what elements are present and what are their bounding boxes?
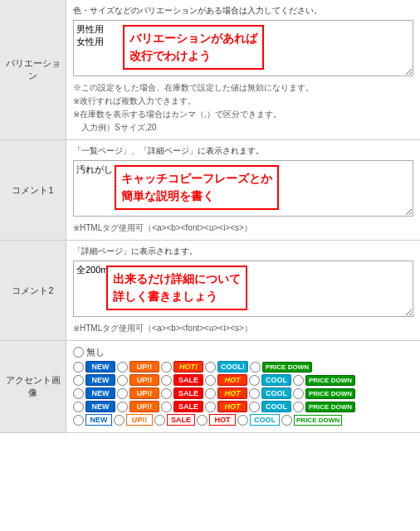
badge-hot-r1: HOT!	[173, 361, 203, 373]
accent-radio-r4-sale[interactable]	[161, 402, 172, 412]
accent-radio-r4-up[interactable]	[117, 402, 128, 412]
badge-new-r5: NEW	[85, 414, 112, 426]
accent-radio-r3-sale[interactable]	[161, 388, 172, 399]
variation-section: バリエーション 色・サイズなどのバリエーションがある場合は入力してください。 男…	[0, 0, 420, 140]
accent-radio-r5-up[interactable]	[114, 415, 125, 426]
badge-up-r1: UP!!	[129, 361, 159, 373]
accent-radio-r3-up[interactable]	[117, 388, 128, 399]
badge-hot-r5: HOT	[209, 414, 236, 426]
accent-radio-r4-cool[interactable]	[249, 402, 260, 412]
accent-radio-r3-new[interactable]	[73, 388, 84, 399]
accent-radio-r2-hot[interactable]	[205, 375, 216, 386]
comment1-note: ※HTMLタグ使用可（<a><b><font><u><i><s>）	[73, 222, 413, 235]
accent-radio-r5-sale[interactable]	[154, 415, 165, 426]
badge-pricedown-r5: PRICE DOWN	[294, 415, 342, 426]
comment1-section: コメント1 「一覧ページ」、「詳細ページ」に表示されます。 汚れがしっかり落ちる…	[0, 140, 420, 241]
accent-section: アクセント画像 無し NEW UP!! HOT! COOL! PRICE DOW…	[0, 341, 420, 433]
accent-radio-r3-pricedown[interactable]	[293, 388, 304, 399]
badge-up-r3: UP!!	[129, 387, 159, 399]
badge-cool-r5: COOL	[250, 414, 280, 426]
accent-radio-r1-cool[interactable]	[205, 362, 216, 373]
accent-radio-r4-new[interactable]	[73, 402, 84, 412]
comment2-content: 「詳細ページ」に表示されます。 全200ml 出来るだけ詳細について詳しく書きま…	[66, 241, 420, 340]
accent-radio-r2-pricedown[interactable]	[293, 375, 304, 386]
accent-radio-r3-cool[interactable]	[249, 388, 260, 399]
accent-radio-none[interactable]	[73, 347, 84, 358]
accent-content: 無し NEW UP!! HOT! COOL! PRICE DOWN NEW UP…	[66, 341, 420, 432]
badge-cool-r2: COOL	[261, 374, 291, 386]
accent-row-3: NEW UP!! SALE HOT COOL PRICE DOWN	[73, 387, 413, 399]
badge-up-r4: UP!!	[129, 401, 159, 412]
badge-up-r5: UP!!	[126, 414, 153, 426]
variation-notes: ※この設定をした場合、在庫数で設定した値は無効になります。 ※改行すれば複数入力…	[73, 81, 413, 134]
badge-hot-r2: HOT	[217, 374, 247, 386]
accent-radio-r5-new[interactable]	[73, 415, 84, 426]
accent-radio-r4-hot[interactable]	[205, 402, 216, 412]
badge-cool-r1: COOL!	[217, 361, 248, 373]
accent-radio-r5-pricedown[interactable]	[281, 415, 292, 426]
comment2-hint: 「詳細ページ」に表示されます。	[73, 246, 413, 257]
comment1-hint: 「一覧ページ」、「詳細ページ」に表示されます。	[73, 145, 413, 157]
accent-radio-r1-pricedown[interactable]	[250, 362, 261, 373]
accent-radio-r2-cool[interactable]	[249, 375, 260, 386]
badge-pricedown-r2: PRICE DOWN	[305, 375, 355, 386]
badge-pricedown-r4: PRICE DOWN	[305, 402, 355, 412]
comment2-section: コメント2 「詳細ページ」に表示されます。 全200ml 出来るだけ詳細について…	[0, 241, 420, 341]
badge-hot-r4: HOT	[217, 401, 247, 412]
comment1-label: コメント1	[0, 140, 66, 240]
accent-none-row: 無し	[73, 346, 413, 358]
accent-none-label: 無し	[86, 346, 105, 358]
comment2-label: コメント2	[0, 241, 66, 340]
accent-radio-r2-up[interactable]	[117, 375, 128, 386]
badge-pricedown-r1: PRICE DOWN	[262, 362, 312, 373]
accent-radio-r1-hot[interactable]	[161, 362, 172, 373]
accent-row-5: NEW UP!! SALE HOT COOL PRICE DOWN	[73, 414, 413, 426]
accent-row-2: NEW UP!! SALE HOT COOL PRICE DOWN	[73, 374, 413, 386]
badge-sale-r2: SALE	[173, 374, 203, 386]
accent-radio-r1-new[interactable]	[73, 362, 84, 373]
accent-label: アクセント画像	[0, 341, 66, 432]
accent-row-4: NEW UP!! SALE HOT COOL PRICE DOWN	[73, 401, 413, 412]
variation-annotation: バリエーションがあれば改行でわけよう	[123, 25, 264, 70]
badge-new-r1: NEW	[85, 361, 115, 373]
accent-radio-r5-hot[interactable]	[197, 415, 208, 426]
badge-cool-r4: COOL	[261, 401, 291, 412]
comment2-annotation: 出来るだけ詳細について詳しく書きましょう	[106, 266, 247, 310]
accent-radio-r2-sale[interactable]	[161, 375, 172, 386]
badge-cool-r3: COOL	[261, 387, 291, 399]
badge-new-r3: NEW	[85, 387, 115, 399]
variation-content: 色・サイズなどのバリエーションがある場合は入力してください。 男性用 女性用 バ…	[66, 0, 420, 139]
badge-new-r4: NEW	[85, 401, 115, 412]
badge-hot-r3: HOT	[217, 387, 247, 399]
badge-sale-r5: SALE	[167, 414, 195, 426]
variation-hint: 色・サイズなどのバリエーションがある場合は入力してください。	[73, 5, 413, 17]
accent-row-1: NEW UP!! HOT! COOL! PRICE DOWN	[73, 361, 413, 373]
accent-radio-r1-up[interactable]	[117, 362, 128, 373]
accent-radio-r3-hot[interactable]	[205, 388, 216, 399]
accent-radio-r4-pricedown[interactable]	[293, 402, 304, 412]
badge-pricedown-r3: PRICE DOWN	[305, 388, 355, 399]
variation-label: バリエーション	[0, 0, 66, 139]
comment1-content: 「一覧ページ」、「詳細ページ」に表示されます。 汚れがしっかり落ちるシャンプー …	[66, 140, 420, 240]
accent-radio-r5-cool[interactable]	[237, 415, 248, 426]
comment2-note: ※HTMLタグ使用可（<a><b><font><u><i><s>）	[73, 322, 413, 335]
comment1-annotation: キャッチコピーフレーズとか簡単な説明を書く	[115, 165, 279, 210]
badge-new-r2: NEW	[85, 374, 115, 386]
accent-radio-r2-new[interactable]	[73, 375, 84, 386]
badge-up-r2: UP!!	[129, 374, 159, 386]
badge-sale-r3: SALE	[173, 387, 203, 399]
badge-sale-r4: SALE	[173, 401, 203, 412]
